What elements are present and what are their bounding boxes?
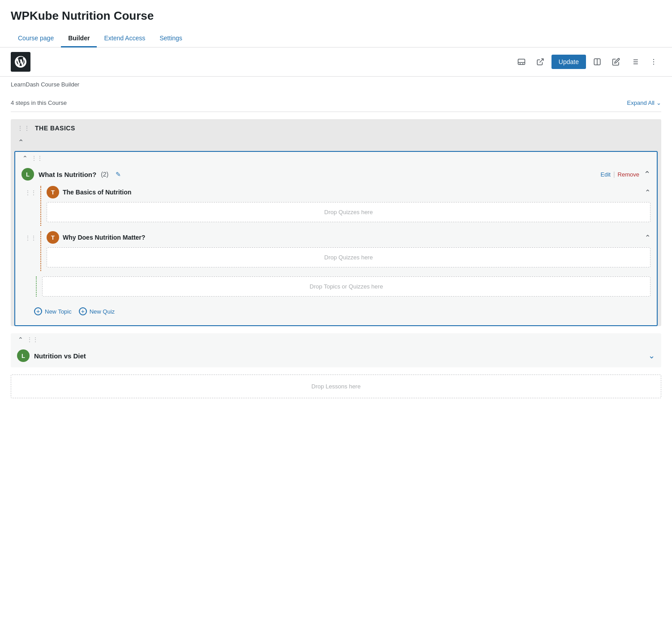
svg-point-11 bbox=[653, 61, 654, 62]
toolbar: Update bbox=[0, 47, 672, 77]
new-quiz-label: New Quiz bbox=[90, 308, 115, 315]
drop-quiz-zone-2[interactable]: Drop Quizzes here bbox=[47, 247, 650, 267]
topic-title-1: The Basics of Nutrition bbox=[63, 189, 131, 196]
section-header: ⋮⋮ THE BASICS bbox=[11, 119, 661, 137]
topic-collapse-icon-1[interactable]: ⌃ bbox=[645, 188, 650, 197]
new-topic-button[interactable]: + New Topic bbox=[34, 307, 72, 315]
topic-header-1: T The Basics of Nutrition ⌃ bbox=[47, 186, 650, 198]
chevron-down-icon: ⌄ bbox=[656, 99, 661, 106]
lesson-chevron-area: ⌃ ⋮⋮ bbox=[15, 152, 657, 163]
lesson-chevron-icon[interactable]: ⌃ bbox=[644, 169, 650, 179]
section-label: LearnDash Course Builder bbox=[0, 77, 672, 92]
divider bbox=[11, 112, 661, 112]
lesson-block-diet: ⌃ ⋮⋮ L Nutrition vs Diet ⌄ bbox=[11, 333, 661, 367]
lesson-title: What Is Nutrition? bbox=[39, 171, 96, 178]
toolbar-left bbox=[11, 52, 30, 72]
tab-settings[interactable]: Settings bbox=[152, 30, 190, 47]
lesson-edit-link[interactable]: Edit bbox=[601, 171, 611, 178]
new-quiz-circle-icon: + bbox=[79, 307, 87, 315]
svg-point-10 bbox=[653, 59, 654, 60]
main-content: 4 steps in this Course Expand All ⌄ ⋮⋮ T… bbox=[0, 92, 672, 413]
new-topic-label: New Topic bbox=[45, 308, 72, 315]
external-link-icon[interactable] bbox=[533, 54, 548, 69]
section-title: THE BASICS bbox=[35, 125, 75, 132]
topic-drag-handle-2[interactable]: ⋮⋮ bbox=[25, 231, 37, 241]
topic-drag-handle[interactable]: ⋮⋮ bbox=[25, 186, 37, 196]
svg-rect-0 bbox=[518, 59, 525, 65]
lesson2-chevron-area: ⌃ ⋮⋮ bbox=[11, 333, 661, 344]
tab-extend-access[interactable]: Extend Access bbox=[97, 30, 152, 47]
expand-all-label: Expand All bbox=[627, 99, 655, 106]
topic-collapse-icon-2[interactable]: ⌃ bbox=[645, 233, 650, 242]
lesson-block-nutrition: ⌃ ⋮⋮ L What Is Nutrition? (2) ✎ Edit | R… bbox=[14, 151, 658, 326]
svg-line-1 bbox=[539, 59, 543, 62]
lesson2-icon: L bbox=[17, 349, 30, 362]
topic-row-1: ⋮⋮ T The Basics of Nutrition ⌃ Drop Quiz… bbox=[22, 186, 650, 226]
action-separator: | bbox=[613, 171, 615, 178]
lesson2-expand-icon[interactable]: ⌄ bbox=[648, 351, 655, 361]
wp-logo bbox=[11, 52, 30, 72]
topic-header-left-2: T Why Does Nutrition Matter? bbox=[47, 231, 145, 244]
more-options-icon[interactable] bbox=[646, 54, 661, 69]
topic-icon-1: T bbox=[47, 186, 59, 198]
wordpress-icon bbox=[15, 56, 26, 68]
drop-topics-zone[interactable]: Drop Topics or Quizzes here bbox=[42, 276, 650, 297]
preview-icon[interactable] bbox=[514, 54, 529, 69]
lesson2-header-left: L Nutrition vs Diet bbox=[17, 349, 86, 362]
tab-builder[interactable]: Builder bbox=[61, 30, 97, 47]
topic-content-1: T The Basics of Nutrition ⌃ Drop Quizzes… bbox=[40, 186, 650, 226]
tab-course-page[interactable]: Course page bbox=[11, 30, 61, 47]
topic-content-2: T Why Does Nutrition Matter? ⌃ Drop Quiz… bbox=[40, 231, 650, 271]
new-topic-circle-icon: + bbox=[34, 307, 42, 315]
page-header: WPKube Nutrition Course Course page Buil… bbox=[0, 0, 672, 47]
lesson2-collapse-btn[interactable]: ⌃ bbox=[18, 336, 23, 343]
lesson-remove-link[interactable]: Remove bbox=[618, 171, 639, 178]
lesson2-drag-handle[interactable]: ⋮⋮ bbox=[27, 336, 39, 343]
edit-icon[interactable] bbox=[608, 54, 624, 69]
lesson-count: (2) bbox=[101, 171, 108, 178]
columns-icon[interactable] bbox=[590, 54, 605, 69]
bottom-actions: + New Topic + New Quiz bbox=[22, 302, 650, 319]
lesson-edit-pencil-icon[interactable]: ✎ bbox=[116, 171, 121, 178]
steps-count: 4 steps in this Course bbox=[11, 99, 67, 106]
lesson-header: L What Is Nutrition? (2) ✎ Edit | Remove… bbox=[15, 163, 657, 186]
topic-drag-area-2: ⋮⋮ bbox=[22, 231, 40, 241]
drop-lessons-zone[interactable]: Drop Lessons here bbox=[11, 375, 661, 398]
section-chevron-row: ⌃ bbox=[11, 137, 661, 151]
lesson-icon: L bbox=[22, 168, 34, 181]
topic-drag-area: ⋮⋮ bbox=[22, 186, 40, 196]
topics-area: ⋮⋮ T The Basics of Nutrition ⌃ Drop Quiz… bbox=[15, 186, 657, 325]
drop-topics-container: Drop Topics or Quizzes here bbox=[36, 276, 650, 297]
svg-point-12 bbox=[653, 64, 654, 65]
lesson-collapse-btn[interactable]: ⌃ bbox=[22, 155, 28, 162]
expand-all-button[interactable]: Expand All ⌄ bbox=[627, 99, 661, 106]
topic-title-2: Why Does Nutrition Matter? bbox=[63, 234, 145, 241]
topic-icon-2: T bbox=[47, 231, 59, 244]
new-quiz-button[interactable]: + New Quiz bbox=[79, 307, 115, 315]
section-collapse-icon[interactable]: ⌃ bbox=[18, 138, 24, 146]
drop-quiz-zone-1[interactable]: Drop Quizzes here bbox=[47, 202, 650, 222]
lesson2-header: L Nutrition vs Diet ⌄ bbox=[11, 344, 661, 367]
lesson-drag-handle[interactable]: ⋮⋮ bbox=[31, 155, 43, 161]
lesson-header-left: L What Is Nutrition? (2) ✎ bbox=[22, 168, 121, 181]
update-button[interactable]: Update bbox=[551, 55, 586, 69]
topic-row-2: ⋮⋮ T Why Does Nutrition Matter? ⌃ Drop Q… bbox=[22, 231, 650, 271]
topic-header-left-1: T The Basics of Nutrition bbox=[47, 186, 131, 198]
nav-tabs: Course page Builder Extend Access Settin… bbox=[11, 30, 661, 47]
lesson2-title: Nutrition vs Diet bbox=[34, 352, 86, 360]
page-title: WPKube Nutrition Course bbox=[11, 9, 661, 23]
section-block-basics: ⋮⋮ THE BASICS ⌃ ⌃ ⋮⋮ L What Is Nutrition… bbox=[11, 119, 661, 326]
course-steps-header: 4 steps in this Course Expand All ⌄ bbox=[11, 99, 661, 106]
builder-label: LearnDash Course Builder bbox=[11, 81, 79, 88]
topic-header-2: T Why Does Nutrition Matter? ⌃ bbox=[47, 231, 650, 244]
section-drag-handle[interactable]: ⋮⋮ bbox=[17, 125, 30, 132]
flow-icon[interactable] bbox=[627, 54, 642, 69]
toolbar-right: Update bbox=[514, 54, 661, 69]
lesson-actions: Edit | Remove ⌃ bbox=[601, 169, 650, 179]
